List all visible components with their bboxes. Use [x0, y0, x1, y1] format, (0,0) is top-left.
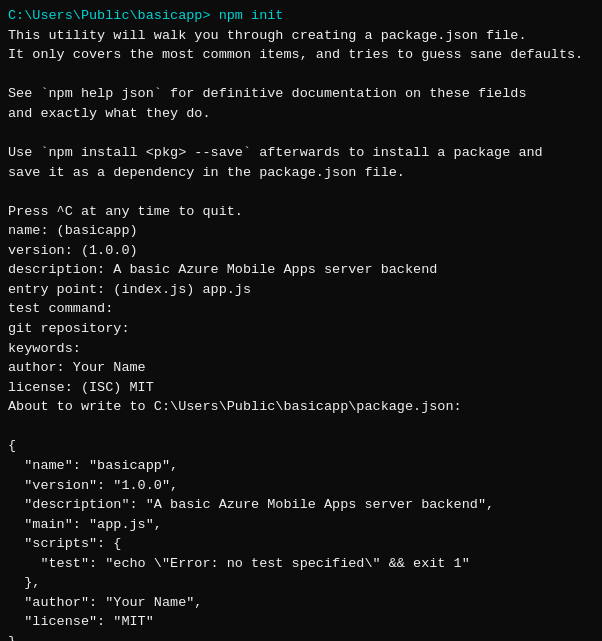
terminal-line: save it as a dependency in the package.j…: [8, 163, 594, 183]
terminal-line: "test": "echo \"Error: no test specified…: [8, 554, 594, 574]
terminal-line: "name": "basicapp",: [8, 456, 594, 476]
terminal-line: "author": "Your Name",: [8, 593, 594, 613]
terminal-line: About to write to C:\Users\Public\basica…: [8, 397, 594, 417]
terminal-line: {: [8, 436, 594, 456]
terminal-line: test command:: [8, 299, 594, 319]
terminal-line: author: Your Name: [8, 358, 594, 378]
terminal-line: It only covers the most common items, an…: [8, 45, 594, 65]
terminal-line: license: (ISC) MIT: [8, 378, 594, 398]
terminal-line: git repository:: [8, 319, 594, 339]
terminal-line: entry point: (index.js) app.js: [8, 280, 594, 300]
terminal-line: "description": "A basic Azure Mobile App…: [8, 495, 594, 515]
terminal-line: "main": "app.js",: [8, 515, 594, 535]
terminal-line: [8, 182, 594, 202]
terminal-line: },: [8, 573, 594, 593]
terminal-line: keywords:: [8, 339, 594, 359]
terminal-line: description: A basic Azure Mobile Apps s…: [8, 260, 594, 280]
terminal-line: [8, 417, 594, 437]
terminal-output: C:\Users\Public\basicapp> npm initThis u…: [8, 6, 594, 641]
terminal-line: "version": "1.0.0",: [8, 476, 594, 496]
terminal-line: Use `npm install <pkg> --save` afterward…: [8, 143, 594, 163]
terminal-line: [8, 65, 594, 85]
terminal-line: version: (1.0.0): [8, 241, 594, 261]
terminal-line: and exactly what they do.: [8, 104, 594, 124]
terminal-line: Press ^C at any time to quit.: [8, 202, 594, 222]
terminal-line: See `npm help json` for definitive docum…: [8, 84, 594, 104]
terminal-line: name: (basicapp): [8, 221, 594, 241]
terminal-line: "scripts": {: [8, 534, 594, 554]
terminal-line: [8, 123, 594, 143]
terminal-window: C:\Users\Public\basicapp> npm initThis u…: [0, 0, 602, 641]
terminal-line: This utility will walk you through creat…: [8, 26, 594, 46]
terminal-line: C:\Users\Public\basicapp> npm init: [8, 6, 594, 26]
terminal-line: }: [8, 632, 594, 641]
terminal-line: "license": "MIT": [8, 612, 594, 632]
